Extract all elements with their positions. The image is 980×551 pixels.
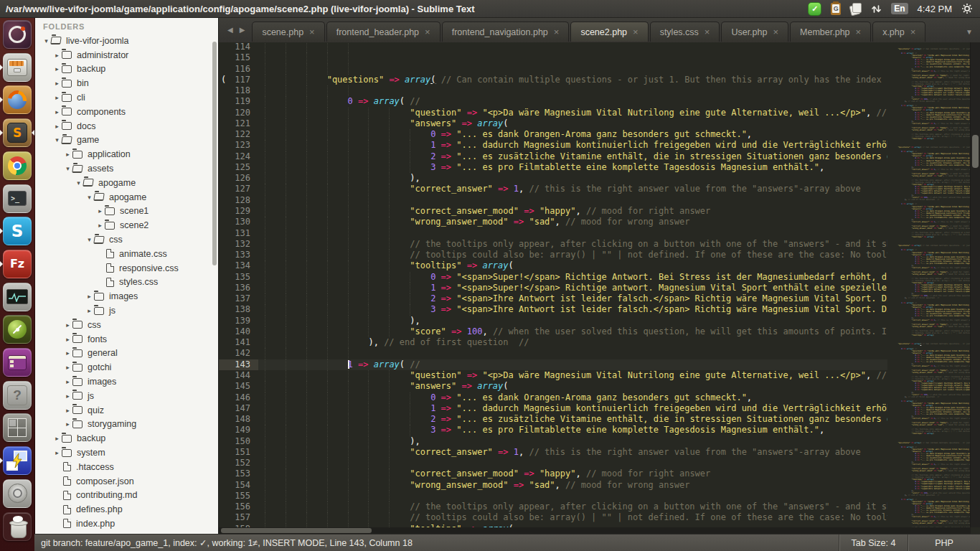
code-text[interactable]: "correct_answer" => 1, // this is the ri… bbox=[258, 447, 887, 458]
tree-item-backup[interactable]: ▸backup bbox=[34, 62, 218, 77]
code-line-122[interactable]: 1220 => "... es dank Orangen-Aroma ganz … bbox=[219, 129, 887, 140]
code-line-157[interactable]: 157// tooltips could also be: array() | … bbox=[219, 512, 887, 523]
tab-frontend_navigation.php[interactable]: frontend_navigation.php× bbox=[442, 22, 570, 42]
code-area[interactable]: 114115116(117"questions" => array( // Ca… bbox=[219, 42, 887, 527]
tab-close-icon[interactable]: × bbox=[309, 29, 315, 36]
tab-close-icon[interactable]: × bbox=[773, 29, 778, 36]
disclosure-icon[interactable]: ▸ bbox=[95, 207, 105, 215]
code-line-131[interactable]: 131 bbox=[219, 228, 887, 239]
code-text[interactable]: "wrong_answer_mood" => "sad", // mood fo… bbox=[258, 217, 887, 227]
tree-item-css[interactable]: ▸css bbox=[34, 318, 218, 332]
tab-User.php[interactable]: User.php× bbox=[721, 22, 788, 42]
code-line-155[interactable]: 155 bbox=[219, 491, 887, 501]
code-text[interactable] bbox=[258, 85, 887, 96]
tree-item-css[interactable]: ▾css bbox=[34, 232, 218, 247]
launcher-android-studio-icon[interactable] bbox=[3, 315, 32, 344]
tree-item-quiz[interactable]: ▸quiz bbox=[34, 403, 218, 418]
code-line-144[interactable]: 144"question" => "<p>Da wäre Magnesium V… bbox=[219, 370, 887, 381]
code-line-119[interactable]: 1190 => array( // bbox=[219, 96, 887, 107]
code-text[interactable]: 1 => array( // bbox=[258, 359, 887, 370]
launcher-ubuntu-dash-icon[interactable] bbox=[3, 20, 32, 49]
tree-item-composer.json[interactable]: composer.json bbox=[34, 474, 218, 489]
gear-icon[interactable] bbox=[961, 3, 973, 14]
tab-close-icon[interactable]: × bbox=[705, 29, 710, 36]
tab-close-icon[interactable]: × bbox=[425, 29, 430, 36]
code-line-123[interactable]: 1231 => "... dadurch Magnesium kontinuie… bbox=[219, 140, 887, 151]
launcher-firefox-icon[interactable] bbox=[3, 85, 32, 114]
tree-item-assets[interactable]: ▾assets bbox=[34, 161, 218, 176]
code-line-147[interactable]: 1471 => "... dadurch Magnesium kontinuie… bbox=[219, 403, 887, 414]
launcher-unknown-app-icon[interactable]: ? bbox=[3, 381, 32, 410]
code-text[interactable]: "questions" => array( // Can contain mul… bbox=[258, 75, 887, 85]
tree-item-styles.css[interactable]: styles.css bbox=[34, 276, 218, 290]
tree-item-animate.css[interactable]: animate.css bbox=[34, 247, 218, 261]
code-text[interactable]: "tooltips" => array( bbox=[258, 260, 887, 271]
syntax-indicator[interactable]: PHP bbox=[908, 534, 980, 551]
code-text[interactable]: 2 => "... es zusätzliche Vitamine enthäl… bbox=[258, 151, 887, 162]
launcher-purple-editor-icon[interactable] bbox=[3, 348, 32, 377]
code-line-133[interactable]: 133// tooltips could also be: array() | … bbox=[219, 250, 887, 260]
code-text[interactable]: 3 => "... es pro Filmtablette eine kompl… bbox=[258, 162, 887, 173]
launcher-filezilla-icon[interactable]: Fz bbox=[3, 250, 32, 278]
tree-item-.htaccess[interactable]: .htaccess bbox=[34, 460, 218, 474]
sync-arrows-icon[interactable] bbox=[871, 4, 882, 14]
code-text[interactable]: 0 => "<span>Super!</span> Richtige Antwo… bbox=[258, 272, 887, 283]
tab-close-icon[interactable]: × bbox=[554, 29, 560, 36]
code-text[interactable]: "wrong_answer_mood" => "sad", // mood fo… bbox=[258, 480, 887, 491]
tree-item-bin[interactable]: ▸bin bbox=[34, 76, 218, 90]
editor[interactable]: 114115116(117"questions" => array( // Ca… bbox=[219, 42, 980, 534]
code-text[interactable]: "answers" => array( bbox=[258, 381, 887, 392]
vertical-scrollbar[interactable] bbox=[970, 42, 980, 527]
launcher-system-monitor-icon[interactable] bbox=[3, 283, 32, 311]
code-line-154[interactable]: 154"wrong_answer_mood" => "sad", // mood… bbox=[219, 480, 887, 491]
tree-item-docs[interactable]: ▸docs bbox=[34, 119, 218, 133]
disclosure-icon[interactable]: ▸ bbox=[63, 378, 72, 385]
disclosure-icon[interactable]: ▾ bbox=[85, 194, 94, 201]
disclosure-icon[interactable]: ▸ bbox=[63, 407, 72, 414]
code-text[interactable]: 1 => "<span>Super!</span> Richtige antwo… bbox=[258, 283, 887, 293]
disclosure-icon[interactable]: ▾ bbox=[85, 236, 94, 243]
tree-item-game[interactable]: ▾game bbox=[34, 133, 218, 148]
disclosure-icon[interactable]: ▸ bbox=[95, 222, 105, 229]
sidebar-scrollbar[interactable] bbox=[212, 42, 217, 265]
code-text[interactable]: // tooltips could also be: array() | "" … bbox=[258, 250, 887, 260]
disclosure-icon[interactable]: ▸ bbox=[63, 321, 72, 329]
code-line-116[interactable]: 116 bbox=[219, 64, 887, 75]
code-text[interactable]: 1 => "... dadurch Magnesium kontinuierli… bbox=[258, 140, 887, 151]
tree-item-js[interactable]: ▸js bbox=[34, 303, 218, 318]
code-text[interactable]: ), // end of first question // bbox=[258, 337, 887, 348]
code-text[interactable]: 1 => "... dadurch Magnesium kontinuierli… bbox=[258, 403, 887, 414]
code-line-145[interactable]: 145"answers" => array( bbox=[219, 381, 887, 392]
tree-item-components[interactable]: ▸components bbox=[34, 105, 218, 119]
code-text[interactable]: ), bbox=[258, 316, 887, 326]
code-line-132[interactable]: 132// the tooltips only appear, after cl… bbox=[219, 239, 887, 250]
launcher-files-icon[interactable] bbox=[3, 53, 32, 82]
tree-item-administrator[interactable]: ▸administrator bbox=[34, 48, 218, 62]
tab-Member.php[interactable]: Member.php× bbox=[790, 22, 871, 42]
disclosure-icon[interactable]: ▸ bbox=[52, 94, 62, 101]
code-line-143[interactable]: 1431 => array( // bbox=[219, 359, 887, 370]
tab-scene2.php[interactable]: scene2.php× bbox=[570, 22, 648, 42]
tree-item-backup[interactable]: ▸backup bbox=[34, 431, 218, 446]
disclosure-icon[interactable]: ▾ bbox=[63, 165, 72, 172]
tab-close-icon[interactable]: × bbox=[910, 29, 916, 36]
code-text[interactable] bbox=[258, 348, 887, 359]
tab-frontend_header.php[interactable]: frontend_header.php× bbox=[326, 22, 440, 42]
code-line-120[interactable]: 120"question" => "<p>Da wäre Magnesium V… bbox=[219, 108, 887, 118]
launcher-sublime-text-icon[interactable]: S bbox=[3, 118, 32, 147]
tree-item-images[interactable]: ▸images bbox=[34, 289, 218, 303]
code-line-152[interactable]: 152 bbox=[219, 458, 887, 468]
code-line-148[interactable]: 1482 => "... es zusätzliche Vitamine ent… bbox=[219, 414, 887, 425]
launcher-disk-utility-icon[interactable] bbox=[3, 479, 32, 508]
tree-item-js[interactable]: ▸js bbox=[34, 389, 218, 403]
code-text[interactable]: 2 => "<span>Ihre Antwort ist leider fals… bbox=[258, 293, 887, 304]
code-text[interactable]: "correct_answer" => 1, // this is the ri… bbox=[258, 184, 887, 194]
disclosure-icon[interactable]: ▾ bbox=[42, 37, 51, 44]
code-line-156[interactable]: 156// the tooltips only appear, after cl… bbox=[219, 501, 887, 512]
code-line-153[interactable]: 153"correct_answer_mood" => "happy", // … bbox=[219, 468, 887, 479]
notes-icon[interactable] bbox=[850, 3, 862, 14]
launcher-workspace-switcher-icon[interactable] bbox=[3, 413, 32, 442]
tree-item-scene2[interactable]: ▸scene2 bbox=[34, 218, 218, 232]
clock[interactable]: 4:42 PM bbox=[918, 4, 952, 14]
code-text[interactable] bbox=[258, 42, 887, 52]
